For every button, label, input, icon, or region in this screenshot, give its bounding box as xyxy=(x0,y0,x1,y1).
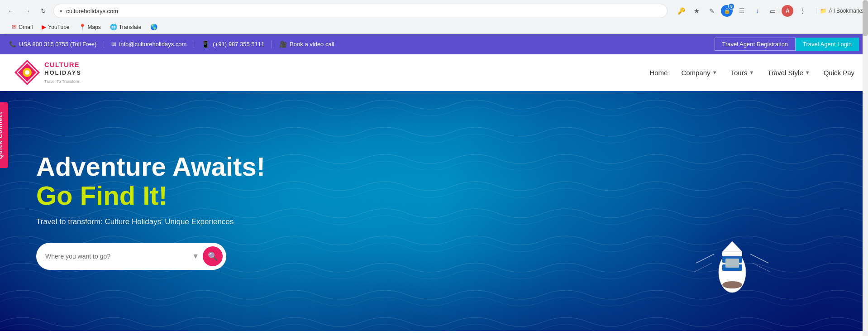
bookmark-youtube[interactable]: ▶ YouTube xyxy=(38,23,73,31)
logo-diamond-svg xyxy=(14,59,41,86)
bookmark-globe[interactable]: 🌎 xyxy=(147,23,161,31)
svg-point-3 xyxy=(25,70,29,75)
destination-search-input[interactable] xyxy=(45,253,188,260)
phone-item[interactable]: 📞 USA 800 315 0755 (Toll Free) xyxy=(9,41,104,48)
logo-culture: CULTURE xyxy=(44,61,80,68)
search-dropdown-arrow[interactable]: ▼ xyxy=(192,252,199,260)
bookmarks-bar: ✉ Gmail ▶ YouTube 📍 Maps 🌐 Translate 🌎 xyxy=(5,21,863,34)
url-text: cultureholidays.com xyxy=(66,8,118,14)
phone-text: USA 800 315 0755 (Toll Free) xyxy=(19,41,96,48)
bookmark-gmail-label: Gmail xyxy=(19,24,33,30)
nav-travel-style[interactable]: Travel Style ▼ xyxy=(768,69,810,77)
hero-title-part1: Adventure Awaits! xyxy=(36,152,265,181)
youtube-icon: ▶ xyxy=(42,24,46,30)
menu-button[interactable]: ⋮ xyxy=(796,5,809,17)
svg-rect-10 xyxy=(725,259,739,268)
search-icon: 🔍 xyxy=(208,251,218,261)
scrollbar-thumb[interactable] xyxy=(863,0,868,36)
phone-icon: 📞 xyxy=(9,41,16,48)
nav-home[interactable]: Home xyxy=(649,69,668,77)
pen-button[interactable]: ✎ xyxy=(706,5,718,17)
whatsapp-text: (+91) 987 355 5111 xyxy=(213,41,264,48)
boat-illustration xyxy=(687,231,777,295)
bookmark-translate[interactable]: 🌐 Translate xyxy=(106,23,145,31)
bookmark-gmail[interactable]: ✉ Gmail xyxy=(8,23,36,31)
main-nav: Home Company ▼ Tours ▼ Travel Style ▼ Qu… xyxy=(649,69,854,77)
browser-toolbar: ← → ↻ ● cultureholidays.com 🔑 ★ ✎ 🔒 5 ☰ … xyxy=(5,4,863,18)
maps-icon: 📍 xyxy=(79,24,86,30)
sidebar-button[interactable]: ▭ xyxy=(766,5,779,17)
download-button[interactable]: ↓ xyxy=(751,5,763,17)
address-bar[interactable]: ● cultureholidays.com xyxy=(53,4,668,18)
security-icon: ● xyxy=(59,8,62,14)
translate-icon: 🌐 xyxy=(110,24,117,30)
nav-company[interactable]: Company ▼ xyxy=(681,69,717,77)
globe-icon: 🌎 xyxy=(150,24,157,30)
video-call-item[interactable]: 🎥 Book a video call xyxy=(272,41,341,48)
video-icon: 🎥 xyxy=(279,41,287,48)
back-button[interactable]: ← xyxy=(5,5,17,17)
tours-dropdown-arrow: ▼ xyxy=(749,70,754,75)
hero-title-part2: Go Find It! xyxy=(36,181,167,210)
scrollbar-track[interactable] xyxy=(863,0,868,331)
travel-agent-login-button[interactable]: Travel Agent Login xyxy=(796,38,859,51)
whatsapp-item[interactable]: 📱 (+91) 987 355 5111 xyxy=(194,40,272,48)
bookmark-translate-label: Translate xyxy=(119,24,142,30)
logo-text: CULTURE HOLIDAYS Travel To Transform xyxy=(44,61,81,85)
quick-connect-tab[interactable]: Quick Connect xyxy=(0,102,8,168)
forward-button[interactable]: → xyxy=(21,5,33,17)
hero-subtitle: Travel to transform: Culture Holidays' U… xyxy=(36,217,281,226)
top-bar: 📞 USA 800 315 0755 (Toll Free) ✉ info@cu… xyxy=(0,34,868,54)
browser-actions: 🔑 ★ ✎ 🔒 5 ☰ ↓ ▭ A ⋮ xyxy=(675,5,809,17)
travel-agent-registration-button[interactable]: Travel Agent Registration xyxy=(715,38,796,51)
profile-button[interactable]: A xyxy=(782,5,793,17)
email-icon: ✉ xyxy=(111,41,116,48)
hero-title: Adventure Awaits! Go Find It! xyxy=(36,152,281,210)
hero-section: Adventure Awaits! Go Find It! Travel to … xyxy=(0,91,868,331)
hero-content: Adventure Awaits! Go Find It! Travel to … xyxy=(0,152,317,270)
bookmark-maps-label: Maps xyxy=(88,24,101,30)
logo-tagline: Travel To Transform xyxy=(44,79,81,84)
svg-rect-9 xyxy=(722,271,742,275)
svg-point-12 xyxy=(722,281,742,288)
refresh-button[interactable]: ↻ xyxy=(37,5,50,17)
svg-rect-8 xyxy=(722,252,742,256)
all-bookmarks-label: All Bookmarks xyxy=(829,8,863,14)
svg-marker-11 xyxy=(722,241,742,252)
travel-style-dropdown-arrow: ▼ xyxy=(805,70,810,75)
email-text: info@cultureholidays.com xyxy=(119,41,186,48)
video-call-text: Book a video call xyxy=(290,41,334,48)
top-bar-right: Travel Agent Registration Travel Agent L… xyxy=(715,38,859,51)
bookmark-folder-icon: 📁 xyxy=(820,8,827,14)
bookmark-maps[interactable]: 📍 Maps xyxy=(75,23,105,31)
extension-count: 5 xyxy=(728,3,734,10)
site-logo[interactable]: CULTURE HOLIDAYS Travel To Transform xyxy=(14,59,81,86)
nav-tours[interactable]: Tours ▼ xyxy=(731,69,754,77)
all-bookmarks-area[interactable]: 📁 All Bookmarks xyxy=(816,8,863,14)
search-button[interactable]: 🔍 xyxy=(203,246,223,266)
browser-chrome: ← → ↻ ● cultureholidays.com 🔑 ★ ✎ 🔒 5 ☰ … xyxy=(0,0,868,34)
key-icon-btn[interactable]: 🔑 xyxy=(675,5,687,17)
star-button[interactable]: ★ xyxy=(690,5,703,17)
bookmark-youtube-label: YouTube xyxy=(48,24,69,30)
hero-search-bar: ▼ 🔍 xyxy=(36,243,226,270)
site-wrapper: 📞 USA 800 315 0755 (Toll Free) ✉ info@cu… xyxy=(0,34,868,331)
email-item[interactable]: ✉ info@cultureholidays.com xyxy=(104,41,194,48)
extension-badge[interactable]: 🔒 5 xyxy=(721,5,733,17)
nav-quick-pay[interactable]: Quick Pay xyxy=(824,69,854,77)
company-dropdown-arrow: ▼ xyxy=(712,70,717,75)
whatsapp-icon: 📱 xyxy=(201,40,210,48)
site-header: CULTURE HOLIDAYS Travel To Transform Hom… xyxy=(0,54,868,91)
extensions-button[interactable]: ☰ xyxy=(735,5,748,17)
logo-holidays: HOLIDAYS xyxy=(44,69,81,76)
gmail-icon: ✉ xyxy=(12,24,17,30)
